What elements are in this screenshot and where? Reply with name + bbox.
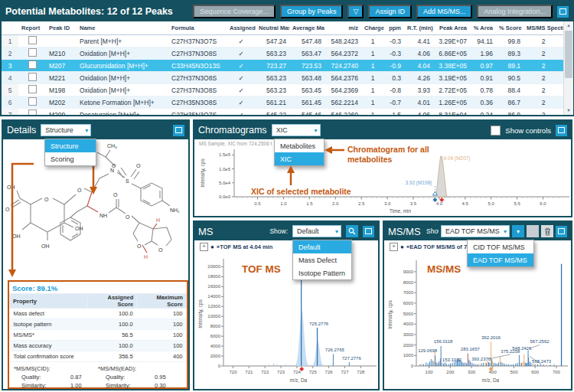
report-cell[interactable]	[18, 72, 46, 84]
neutral_mass-cell: 563.23	[256, 84, 289, 96]
table-row[interactable]: 3M207Glucuronidation [M+H]+C33H45N3O13S✓…	[2, 60, 563, 72]
column-header[interactable]: MS/MS Spectra	[523, 21, 563, 35]
sequence-coverage-button[interactable]: Sequence Coverage...	[193, 5, 276, 18]
table-row[interactable]: 5M198Oxidation [M+H]+C27H37N3O8S✓563.235…	[2, 84, 563, 96]
neutral_mass-cell: 723.27	[256, 60, 289, 72]
report-cell[interactable]	[18, 96, 46, 109]
column-header[interactable]: % Score	[496, 21, 523, 35]
mz-cell: 562.2214	[325, 96, 361, 109]
report-cell[interactable]	[18, 109, 46, 116]
details-maximize-button[interactable]	[173, 125, 184, 136]
column-header[interactable]: Neutral Mass	[256, 21, 289, 35]
group-by-peaks-button[interactable]: Group by Peaks	[280, 5, 344, 18]
column-header[interactable]: Charge	[361, 21, 384, 35]
show-controls-checkbox[interactable]	[491, 126, 501, 136]
table-row[interactable]: 7M209Desaturation [M+H]+C27H35N3O7S✓545.…	[2, 109, 563, 116]
column-header[interactable]: m/z	[325, 21, 361, 35]
peaks-table-container: ReportPeak IDNameFormulaAssignedNeutral …	[2, 21, 563, 115]
report-checkbox[interactable]	[28, 97, 37, 106]
column-header[interactable]: Average Mass	[289, 21, 325, 35]
chromatograms-maximize-button[interactable]	[556, 125, 567, 136]
menu-item-scoring[interactable]: Scoring	[45, 152, 96, 165]
menu-item-cid-tof[interactable]: CID TOF MS/MS	[468, 240, 533, 253]
magnifier-icon	[348, 227, 356, 235]
table-row[interactable]: 6M202Ketone Formation [M+H]+C27H35N3O8S✓…	[2, 96, 563, 109]
atom-label: O	[112, 163, 116, 168]
report-checkbox[interactable]	[28, 36, 37, 44]
expander-icon[interactable]: +	[200, 243, 208, 251]
assign-id-button[interactable]: Assign ID	[368, 5, 412, 18]
report-checkbox[interactable]	[28, 109, 37, 115]
column-header[interactable]: % Area	[470, 21, 496, 35]
ms-maximize-button[interactable]	[363, 226, 374, 237]
table-row[interactable]: 2M210Oxidation [M+H]+C27H37N3O8S✓563.235…	[2, 47, 563, 60]
report-checkbox[interactable]	[28, 48, 37, 57]
num-cell: 7	[2, 109, 18, 116]
chromatogram-type-dropdown[interactable]: XIC ▾	[272, 124, 321, 136]
scrollbar-up-icon[interactable]: ▲	[564, 21, 573, 30]
ms-trace-legend[interactable]: + ● +TOF MS at 4.04 min	[200, 243, 272, 251]
peak-label: 548.2426	[512, 346, 532, 351]
menu-item-structure[interactable]: Structure	[45, 139, 96, 152]
table-row[interactable]: 4M221Oxidation [M+H]+C27H37N3O8S✓563.235…	[2, 72, 563, 84]
maximize-button[interactable]	[557, 6, 569, 18]
mz-cell: 548.2423	[325, 35, 361, 47]
score-value: 356.5	[87, 351, 137, 362]
menu-item-default[interactable]: Default	[293, 240, 351, 253]
column-header[interactable]: Name	[77, 21, 168, 35]
y-tick-label: 4000	[210, 344, 221, 348]
column-header[interactable]	[2, 21, 18, 35]
score-property: MS/MS*	[10, 330, 88, 341]
msms-show-dropdown[interactable]: EAD TOF MS/MS ▾	[441, 225, 510, 237]
delete-button[interactable]	[541, 225, 553, 237]
report-cell[interactable]	[18, 35, 46, 47]
report-checkbox[interactable]	[28, 85, 37, 93]
menu-item-ead-tof[interactable]: EAD TOF MS/MS	[468, 253, 533, 266]
column-header[interactable]: Peak Area	[433, 21, 470, 35]
report-cell[interactable]	[18, 84, 46, 96]
scrollbar-thumb[interactable]	[565, 31, 572, 78]
table-scrollbar[interactable]: ▲ ▼	[563, 21, 573, 115]
msms-trace-legend[interactable]: + ● +EAD TOF MS/MS of 724.3	[390, 243, 478, 251]
report-cell[interactable]	[18, 60, 46, 72]
ms-title: MS	[198, 226, 214, 237]
zoom-button[interactable]	[346, 225, 358, 237]
add-msms-button[interactable]: Add MS/MS...	[416, 5, 473, 18]
column-header[interactable]: Assigned	[227, 21, 256, 35]
column-header[interactable]: Formula	[168, 21, 227, 35]
mz-cell: 564.2372	[325, 47, 361, 60]
ppm-cell: -0.8	[384, 84, 404, 96]
report-cell[interactable]	[18, 47, 46, 60]
menu-item-metabolites[interactable]: Metabolites	[275, 139, 324, 152]
column-header[interactable]: Report	[18, 21, 46, 35]
ms-show-dropdown[interactable]: Default ▾	[292, 225, 341, 237]
score_pct-cell: 99.8	[496, 35, 523, 47]
column-header[interactable]: R.T. (min)	[404, 21, 433, 35]
table-row[interactable]: 1Parent [M+H]+C27H37N3O7S✓547.24547.4854…	[2, 35, 563, 47]
peak-label: 4.04 (M207)	[444, 155, 471, 162]
score-value: 56.5	[87, 330, 137, 341]
msms-maximize-button[interactable]	[556, 226, 567, 237]
y-tick-label: 6000	[403, 301, 414, 305]
report-checkbox[interactable]	[28, 60, 37, 69]
scrollbar-down-icon[interactable]: ▼	[564, 106, 573, 115]
details-view-dropdown[interactable]: Structure ▾	[41, 124, 91, 136]
menu-item-xic[interactable]: XIC	[275, 152, 324, 165]
analog-integration-button[interactable]: Analog Integration...	[477, 5, 553, 18]
column-header[interactable]: ppm	[384, 21, 404, 35]
column-header[interactable]: Peak ID	[46, 21, 77, 35]
secondary-dropdown-button[interactable]: ▾	[512, 225, 524, 237]
report-checkbox[interactable]	[28, 73, 37, 81]
disabled-tool-button[interactable]	[527, 225, 539, 237]
score-row: Isotope pattern100.0100	[10, 319, 187, 330]
expander-icon[interactable]: +	[390, 243, 398, 251]
filter-button[interactable]: ▽	[347, 5, 364, 18]
peak_area-cell: 8.31E+04	[433, 109, 470, 116]
x-tick-label: 3.5	[410, 201, 417, 206]
menu-item-isotope-pattern[interactable]: Isotope Pattern	[293, 266, 351, 279]
maximize-icon	[559, 8, 566, 15]
msms-spectrum-plot[interactable]: 0100020003000400050006000700080009000100…	[386, 251, 571, 387]
score-box: Score: 89.1% PropertyAssigned ScoreMaxim…	[8, 280, 188, 389]
menu-item-mass-defect[interactable]: Mass Defect	[293, 253, 351, 266]
peak_area-cell: 3.19E+05	[433, 72, 470, 84]
